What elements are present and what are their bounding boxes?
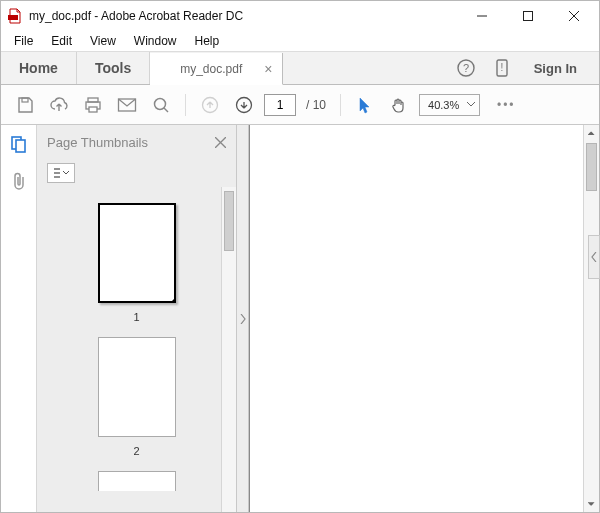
notification-icon[interactable]: !: [492, 58, 512, 78]
thumbnail-canvas: [98, 203, 176, 303]
thumbnails-options-button[interactable]: [47, 163, 75, 183]
select-tool-icon[interactable]: [351, 91, 379, 119]
document-area[interactable]: ⏶ ⏷: [249, 125, 599, 512]
help-icon[interactable]: ?: [456, 58, 476, 78]
svg-rect-12: [89, 107, 97, 112]
thumbnails-options: [37, 159, 236, 187]
menu-edit[interactable]: Edit: [44, 32, 79, 50]
attachments-rail-icon[interactable]: [11, 171, 27, 191]
tab-home-label: Home: [19, 60, 58, 76]
save-icon[interactable]: [11, 91, 39, 119]
svg-rect-0: [8, 15, 18, 20]
tab-document-label: my_doc.pdf: [180, 62, 242, 76]
tab-tools-label: Tools: [95, 60, 131, 76]
thumbnails-rail-icon[interactable]: [10, 135, 28, 153]
svg-point-14: [155, 98, 166, 109]
tab-document[interactable]: my_doc.pdf ×: [150, 53, 283, 85]
zoom-selector[interactable]: 40.3%: [419, 94, 480, 116]
svg-line-15: [164, 108, 168, 112]
menubar: File Edit View Window Help: [1, 31, 599, 52]
toolbar-separator: [340, 94, 341, 116]
thumbnail-label: 1: [133, 311, 139, 323]
signin-button[interactable]: Sign In: [528, 61, 583, 76]
thumbnails-collapse-button[interactable]: [237, 125, 249, 512]
thumbnail-page[interactable]: 2: [37, 337, 236, 457]
left-rail: [1, 125, 37, 512]
thumbnails-title: Page Thumbnails: [47, 135, 148, 150]
thumbnail-label: 2: [133, 445, 139, 457]
thumbnail-canvas: [98, 471, 176, 491]
menu-window[interactable]: Window: [127, 32, 184, 50]
scroll-up-icon[interactable]: ⏶: [584, 125, 599, 141]
more-tools-icon[interactable]: •••: [492, 91, 520, 119]
main-area: Page Thumbnails 1 2 ⏶: [1, 125, 599, 512]
menu-help[interactable]: Help: [188, 32, 227, 50]
print-icon[interactable]: [79, 91, 107, 119]
page-down-icon[interactable]: [230, 91, 258, 119]
window-maximize-button[interactable]: [505, 1, 551, 31]
cloud-upload-icon[interactable]: [45, 91, 73, 119]
tab-close-icon[interactable]: ×: [264, 61, 272, 77]
window-title: my_doc.pdf - Adobe Acrobat Reader DC: [29, 9, 459, 23]
page-total: / 10: [306, 98, 326, 112]
thumbnail-canvas: [98, 337, 176, 437]
search-icon[interactable]: [147, 91, 175, 119]
page-number-input[interactable]: [264, 94, 296, 116]
scroll-down-icon[interactable]: ⏷: [584, 496, 599, 512]
thumbnails-header: Page Thumbnails: [37, 125, 236, 159]
hand-tool-icon[interactable]: [385, 91, 413, 119]
thumbnail-page[interactable]: [37, 471, 236, 491]
window-close-button[interactable]: [551, 1, 597, 31]
tab-home[interactable]: Home: [1, 52, 77, 84]
thumbnails-list: 1 2: [37, 187, 236, 512]
svg-text:!: !: [500, 62, 503, 73]
chevron-down-icon: [467, 102, 475, 107]
menu-view[interactable]: View: [83, 32, 123, 50]
svg-rect-19: [16, 140, 25, 152]
svg-rect-2: [524, 12, 533, 21]
tabbar: Home Tools my_doc.pdf × ? ! Sign In: [1, 52, 599, 85]
window-minimize-button[interactable]: [459, 1, 505, 31]
app-icon: [7, 8, 23, 24]
page-up-icon[interactable]: [196, 91, 224, 119]
window-titlebar: my_doc.pdf - Adobe Acrobat Reader DC: [1, 1, 599, 31]
thumbnails-panel: Page Thumbnails 1 2: [37, 125, 237, 512]
mail-icon[interactable]: [113, 91, 141, 119]
toolbar-separator: [185, 94, 186, 116]
document-scrollbar[interactable]: ⏶ ⏷: [583, 125, 599, 512]
toolbar: / 10 40.3% •••: [1, 85, 599, 125]
svg-text:?: ?: [463, 62, 469, 74]
menu-file[interactable]: File: [7, 32, 40, 50]
thumbnails-close-icon[interactable]: [215, 137, 226, 148]
zoom-value: 40.3%: [428, 99, 459, 111]
thumbnails-scrollbar[interactable]: [221, 187, 236, 512]
tab-tools[interactable]: Tools: [77, 52, 150, 84]
right-panel-expand-button[interactable]: [588, 235, 600, 279]
thumbnail-page[interactable]: 1: [37, 203, 236, 323]
svg-rect-9: [22, 98, 28, 102]
